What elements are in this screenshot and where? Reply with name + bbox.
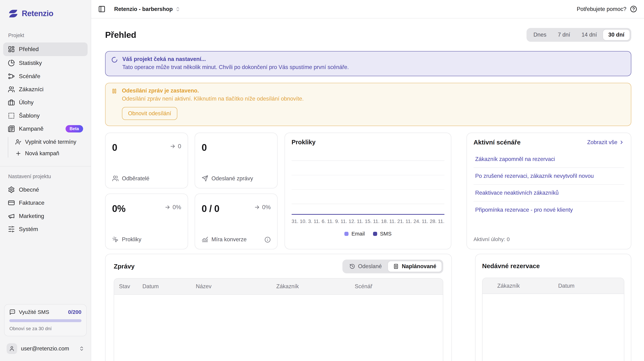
stat-label: Odeslané zprávy [202,175,253,182]
history-clock-icon [350,263,355,269]
sidebar-subitem-fill-slots[interactable]: Vyplnit volné termíny [13,136,88,148]
page-title: Přehled [105,30,136,40]
legend-email: Email [344,231,364,237]
spinner-icon [111,57,118,63]
sidebar-subitem-new-campaign[interactable]: Nová kampaň [13,148,88,159]
tab-sent[interactable]: Odeslané [344,261,387,272]
range-7d-button[interactable]: 7 dní [552,29,576,41]
setup-banner-title: Váš projekt čeká na nastavení... [122,55,349,63]
sidebar-item-campaigns[interactable]: Kampaně Beta [3,123,88,135]
campaigns-subnav: Vyplnit volné termíny Nová kampaň [8,136,88,159]
avatar [7,343,17,354]
arrow-right-icon [164,204,170,210]
sidebar-item-label: Scénáře [19,73,40,80]
stat-delta: 0 [170,143,181,150]
scenario-link[interactable]: Zákazník zapomněl na rezervaci [474,151,624,168]
stat-delta: 0% [254,204,271,211]
sidebar-item-statistics[interactable]: Statistiky [3,57,88,69]
sidebar-item-overview[interactable]: Přehled [3,43,88,56]
messages-title: Zprávy [114,263,135,270]
sidebar-item-marketing[interactable]: Marketing [3,210,88,222]
sidebar-item-system[interactable]: Systém [3,223,88,235]
sidebar-item-label: Fakturace [19,199,44,206]
sidebar-item-label: Statistiky [19,60,42,66]
setup-banner-text: Tato operace může trvat několik minut. C… [122,63,349,71]
sms-usage-label: Využité SMS [19,309,49,315]
sidebar-toggle-icon[interactable] [98,5,106,13]
reservations-table: Zákazník Datum [482,278,624,361]
send-icon [202,175,208,182]
range-30d-button[interactable]: 30 dní [603,29,630,41]
help-link[interactable]: Potřebujete pomoc? [577,6,637,13]
chart-title: Prokliky [292,139,444,146]
active-tasks-count: Aktivní úlohy: 0 [474,236,624,243]
sms-swatch [373,232,377,236]
reservations-table-header: Zákazník Datum [482,278,624,294]
range-14d-button[interactable]: 14 dní [576,29,603,41]
project-selector[interactable]: Retenzio - barbershop [114,6,180,12]
chart-legend: Email SMS [292,231,444,237]
reservations-title: Nedávné rezervace [482,262,540,270]
messages-table-header: Stav Datum Název Zákazník Scénář [114,278,443,294]
scenarios-column: Aktivní scénáře Zobrazit vše Zákazník za… [458,133,631,249]
sidebar-item-label: Systém [19,226,38,232]
sidebar-item-billing[interactable]: Fakturace [3,197,88,209]
stat-value: 0 [202,142,271,153]
info-icon[interactable] [264,237,270,243]
sidebar-item-label: Úlohy [19,99,34,106]
stat-label: Míra konverze [202,236,246,243]
messages-table: Stav Datum Název Zákazník Scénář [114,278,443,361]
main-area: Retenzio - barbershop Potřebujete pomoc?… [91,0,644,361]
page-content: Přehled Dnes 7 dní 14 dní 30 dní Váš pro… [91,19,644,361]
sidebar-item-label: Šablony [19,112,40,119]
sidebar-item-tasks[interactable]: Úlohy [3,96,88,109]
retenzio-logo-icon [8,8,19,19]
range-today-button[interactable]: Dnes [528,29,552,41]
beta-badge: Beta [66,125,83,133]
setup-pending-banner: Váš projekt čeká na nastavení... Tato op… [105,51,631,76]
chart-trend-icon [202,236,208,243]
project-selector-label: Retenzio - barbershop [114,6,173,12]
pie-chart-icon [8,60,15,67]
sidebar-item-templates[interactable]: Šablony [3,110,88,122]
clicks-chart-card: Prokliky 31. 10. 3. 11. 6. 11. 9. 11. 12… [284,133,451,249]
sidebar-item-general[interactable]: Obecné [3,184,88,196]
chart-zero-line [292,214,444,215]
stat-label: Prokliky [112,236,141,243]
sidebar-section-settings: Nastavení projektu [0,174,91,179]
chart-plot-area [292,158,444,215]
stat-card-conversion: 0 / 0 0% Míra konverze [195,194,278,249]
scenario-link[interactable]: Reaktivace neaktivních zákazníků [474,185,624,201]
sidebar-section-project: Projekt [0,33,91,38]
tab-planned[interactable]: Naplánované [388,261,442,272]
sliders-icon [8,226,15,233]
users-icon [112,175,119,182]
arrow-right-icon [254,204,260,210]
messages-tabs: Odeslané Naplánované [342,259,443,273]
date-range-control: Dnes 7 dní 14 dní 30 dní [526,28,631,42]
megaphone-icon [8,213,15,220]
scenario-link[interactable]: Po zrušené rezervaci, zákazník nevytvoři… [474,168,624,185]
sidebar-spacer [0,236,91,304]
sidebar-item-scenarios[interactable]: Scénáře [3,70,88,83]
messages-card: Zprávy Odeslané Naplánované [105,254,452,361]
scenario-link[interactable]: Připomínka rezervace - pro nové klienty [474,201,624,218]
active-scenarios-card: Aktivní scénáře Zobrazit vše Zákazník za… [466,133,631,249]
briefcase-icon [8,99,15,106]
dashboard-icon [8,46,15,53]
help-circle-icon [630,6,637,13]
recent-reservations-card: Nedávné rezervace Zákazník Datum [475,254,631,361]
reservations-column: Nedávné rezervace Zákazník Datum [467,254,631,361]
newspaper-icon [8,125,15,132]
resume-sending-button[interactable]: Obnovit odesílání [122,107,177,120]
sidebar-item-customers[interactable]: Zákazníci [3,83,88,96]
sidebar-item-label: Zákazníci [19,86,43,93]
sms-progress-bar [9,319,81,322]
message-dots-icon [9,309,16,315]
sidebar-divider [0,166,91,167]
user-menu[interactable]: user@retenzio.com [4,341,87,356]
paused-banner-title: Odesílání zpráv je zastaveno. [122,87,304,95]
plus-icon [15,150,21,156]
sidebar-item-label: Kampaně [19,126,43,132]
view-all-link[interactable]: Zobrazit vše [587,139,624,146]
